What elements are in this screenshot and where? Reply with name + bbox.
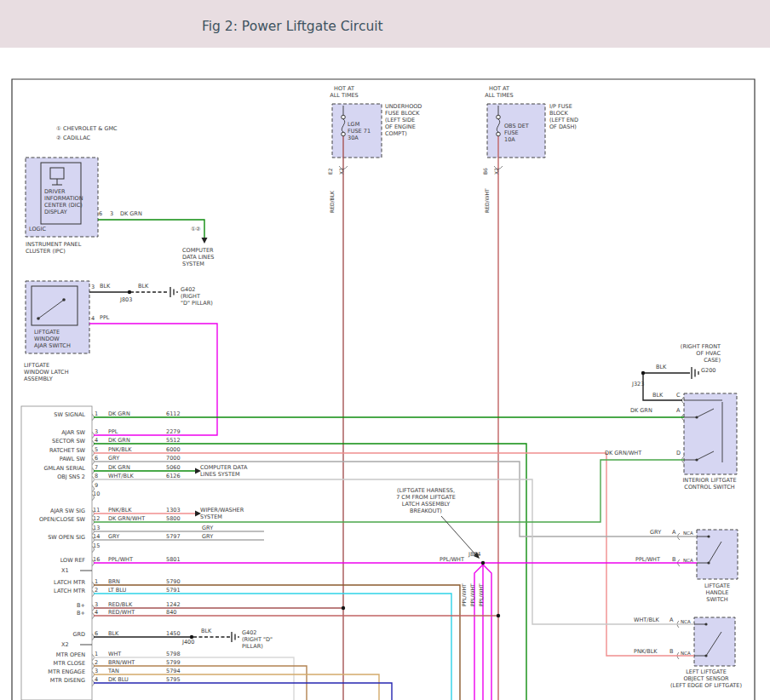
row-name: MTR ENGAGE <box>22 668 85 675</box>
fuse1-name: LGM FUSE 71 30A <box>348 121 371 141</box>
g200-location: (RIGHT FRONT OF HVAC CASE) <box>654 343 721 364</box>
fuse1-terminal: E2 <box>327 168 334 175</box>
g200-wire-color: BLK <box>656 364 666 370</box>
wire-lt-blu-5791 <box>94 594 451 700</box>
wire-color-label: RED/BLK <box>108 601 132 608</box>
row-name: GRD <box>22 631 85 638</box>
row-name: MTR DISENG <box>22 677 85 684</box>
interior-switch-pin-a: A <box>676 407 680 414</box>
wire-g200-blk <box>643 373 690 400</box>
fuse2-connector: X2 <box>493 168 500 175</box>
computer-data-lines-target: COMPUTER DATA LINES SYSTEM <box>182 247 214 267</box>
circuit-number: 6112 <box>166 410 181 417</box>
wiper-washer-target: WIPER/WASHER SYSTEM <box>200 507 244 520</box>
fuse1-hot-label: HOT AT ALL TIMES <box>323 85 365 99</box>
pin-number: 2 <box>95 659 98 666</box>
pin-number: 3 <box>95 601 98 608</box>
ipc-pin-left: 6 <box>99 210 102 217</box>
splice-j323 <box>641 371 645 375</box>
handle-switch-wire-a: GRY <box>650 529 661 536</box>
object-sensor-name: LEFT LIFTGATE OBJECT SENSOR (LEFT EDGE O… <box>658 668 755 689</box>
ipc-name: INSTRUMENT PANEL CLUSTER (IPC) <box>26 241 81 255</box>
interior-switch-name: INTERIOR LIFTGATE CONTROL SWITCH <box>675 477 744 491</box>
row-name: SW OPEN SIG <box>22 534 85 541</box>
ipc-pin-right: 3 <box>110 210 113 217</box>
liftgate-handle-switch-box <box>697 530 738 579</box>
splice-j804 <box>481 561 485 565</box>
arrowhead-down-icon <box>202 238 208 244</box>
ground-g402-bottom-icon <box>232 632 238 642</box>
circuit-number: 5791 <box>166 587 181 594</box>
interior-liftgate-control-switch-box <box>684 393 737 474</box>
legend-line2: ② CADILLAC <box>56 135 90 141</box>
row-name: LATCH MTR <box>22 579 85 586</box>
ground-g402-bottom-location: (RIGHT "D" PILLAR) <box>242 636 273 650</box>
pin-number: 3 <box>95 668 98 674</box>
pin-number: 6 <box>95 455 98 462</box>
pin-number: 4 <box>95 437 98 444</box>
wire-color-mid-label: GRY <box>202 533 213 540</box>
pin-number: 9 <box>95 482 98 489</box>
ipc-logic-label: LOGIC <box>29 226 46 232</box>
row-name: LOW REF <box>22 557 85 564</box>
wire-tan-5794 <box>94 674 379 700</box>
wire-color-label: PNK/BLK <box>108 446 132 453</box>
ground-g402-top-label: G402 <box>181 286 195 293</box>
row-name: SW SIGNAL <box>22 411 85 418</box>
object-sensor-note-b: NCA <box>681 650 691 657</box>
circuit-number: 5790 <box>166 578 181 585</box>
ppl-wht-vertical-3: PPL/WHT <box>478 583 485 606</box>
splice-j804-label: J804 <box>468 551 480 558</box>
row-name: AJAR SW SIG <box>22 508 85 514</box>
ground-g402-top-icon <box>170 287 177 297</box>
wire-color-label: TAN <box>108 668 119 674</box>
wire-color-label: WHT <box>108 651 121 657</box>
wire-color-label: BLK <box>108 630 118 637</box>
circuit-number: 2279 <box>166 428 181 435</box>
wire-dk-blu-5795 <box>94 683 392 700</box>
circuit-number: 5798 <box>166 651 181 657</box>
object-sensor-wire-a: WHT/BLK <box>634 617 659 623</box>
latch-wire3b-color: BLK <box>138 283 148 290</box>
interior-switch-pin-d: D <box>676 450 681 456</box>
wire-color-label: BRN/WHT <box>108 659 135 666</box>
wire-color-mid-label: GRY <box>202 525 213 531</box>
wire-color-label: DK GRN <box>108 437 130 444</box>
fuse2-name: OBS DET FUSE 10A <box>504 123 529 143</box>
circuit-number: 7000 <box>166 455 181 462</box>
ppl-wht-vertical-2: PPL/WHT <box>469 583 476 606</box>
splice-j400-label: J400 <box>182 639 194 645</box>
wire-color-label: BRN <box>108 578 120 585</box>
object-sensor-wire-b: PNK/BLK <box>634 648 658 655</box>
ipc-wire-color: DK GRN <box>120 210 142 217</box>
pin-number: 1 <box>95 578 98 585</box>
wire-dk-grn-5512 <box>94 444 526 700</box>
grd-mid-wire-color: BLK <box>201 628 211 634</box>
handle-switch-wire-b: PPL/WHT <box>635 556 660 563</box>
handle-switch-note-b: NCA <box>683 557 693 564</box>
ajar-switch-name: LIFTGATE WINDOW AJAR SWITCH <box>34 329 71 349</box>
handle-switch-pin-b: B <box>672 556 675 563</box>
pin-number: 13 <box>93 525 100 531</box>
splice-j803-label: J803 <box>120 296 132 303</box>
pin-number: 2 <box>95 587 98 594</box>
ground-g200-icon <box>692 367 698 379</box>
connector-section-x2: X2 <box>61 641 69 648</box>
row-name: PAWL SW <box>22 456 85 462</box>
pin-number: 16 <box>93 556 100 563</box>
row-name: B+ <box>22 602 85 609</box>
wire-color-label: GRY <box>108 455 119 462</box>
pin-number: 11 <box>93 507 100 514</box>
interior-switch-wire-d: DK GRN/WHT <box>605 450 641 456</box>
computer-data-lines-target-2: COMPUTER DATA LINES SYSTEM <box>200 464 247 478</box>
row-name: B+ <box>22 610 85 617</box>
pin-number: 4 <box>95 609 98 616</box>
legend-line1: ① CHEVROLET & GMC <box>56 125 118 132</box>
fuse2-wire-color: RED/WHT <box>484 188 491 213</box>
latch-wire3-color: BLK <box>100 283 110 290</box>
circuit-number: 5800 <box>166 515 181 522</box>
latch-assembly-name: LIFTGATE WINDOW LATCH ASSEMBLY <box>24 362 69 382</box>
wire-color-label: WHT/BLK <box>108 473 134 479</box>
pin-number: 12 <box>93 515 100 522</box>
wire-ipc-dk-grn <box>98 220 204 238</box>
